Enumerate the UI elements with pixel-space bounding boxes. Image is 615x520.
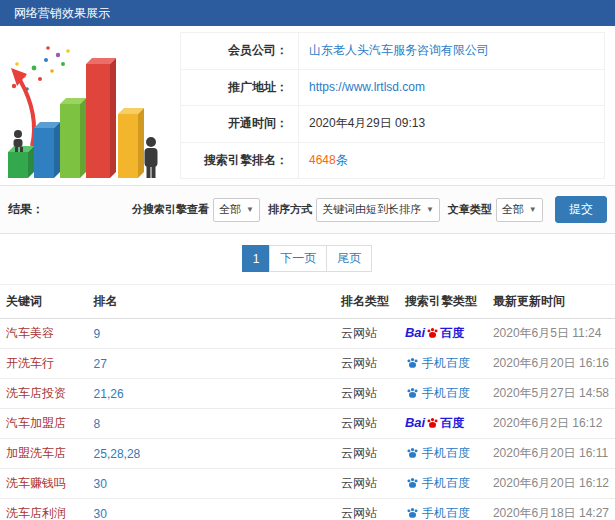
sort-order-label: 排序方式 bbox=[268, 202, 312, 217]
chevron-down-icon: ▼ bbox=[529, 205, 537, 214]
baidu-pc-logo: Bai百度 bbox=[405, 326, 464, 340]
paw-icon bbox=[406, 356, 419, 369]
company-label: 会员公司： bbox=[181, 33, 299, 70]
rank-cell[interactable]: 30 bbox=[88, 469, 336, 499]
page-last[interactable]: 尾页 bbox=[326, 245, 372, 272]
engine-filter-value: 全部 bbox=[219, 202, 241, 217]
rank-type-cell: 云网站 bbox=[335, 319, 399, 349]
rank-cell[interactable]: 25,28,28 bbox=[88, 439, 336, 469]
rank-cell[interactable]: 21,26 bbox=[88, 379, 336, 409]
paw-icon bbox=[406, 386, 419, 399]
rank-count-value: 4648条 bbox=[299, 142, 605, 179]
keyword-cell: 加盟洗车店 bbox=[0, 439, 88, 469]
keyword-cell: 汽车美容 bbox=[0, 319, 88, 349]
keyword-row: 开洗车行27云网站手机百度2020年6月20日 16:16 bbox=[0, 349, 615, 379]
paw-icon bbox=[406, 446, 419, 459]
keyword-row: 加盟洗车店25,28,28云网站手机百度2020年6月20日 16:11 bbox=[0, 439, 615, 469]
keyword-cell: 洗车店投资 bbox=[0, 379, 88, 409]
engine-filter-label: 分搜索引擎查看 bbox=[132, 202, 209, 217]
result-section-label: 结果： bbox=[8, 201, 44, 218]
page-header: 网络营销效果展示 bbox=[0, 0, 615, 26]
marketing-chart-image bbox=[0, 26, 180, 184]
engine-cell: Bai百度 bbox=[399, 409, 487, 439]
header-rank-type: 排名类型 bbox=[335, 285, 399, 319]
update-time-cell: 2020年6月2日 16:12 bbox=[487, 409, 615, 439]
sort-order-value: 关键词由短到长排序 bbox=[322, 202, 421, 217]
keyword-table-body: 汽车美容9云网站Bai百度2020年6月5日 11:24开洗车行27云网站手机百… bbox=[0, 319, 615, 520]
info-row-open-time: 开通时间： 2020年4月29日 09:13 bbox=[181, 106, 605, 143]
paw-icon bbox=[406, 476, 419, 489]
keyword-row: 洗车店投资21,26云网站手机百度2020年5月27日 14:58 bbox=[0, 379, 615, 409]
page-current[interactable]: 1 bbox=[242, 245, 271, 272]
company-name-link[interactable]: 山东老人头汽车服务咨询有限公司 bbox=[309, 43, 489, 57]
keyword-row: 汽车美容9云网站Bai百度2020年6月5日 11:24 bbox=[0, 319, 615, 349]
engine-filter-select[interactable]: 全部 ▼ bbox=[213, 198, 260, 222]
sort-order-select[interactable]: 关键词由短到长排序 ▼ bbox=[316, 198, 440, 222]
open-time-value: 2020年4月29日 09:13 bbox=[299, 106, 605, 143]
keyword-row: 汽车加盟店8云网站Bai百度2020年6月2日 16:12 bbox=[0, 409, 615, 439]
rank-type-cell: 云网站 bbox=[335, 499, 399, 520]
engine-cell: 手机百度 bbox=[399, 349, 487, 379]
filter-controls: 分搜索引擎查看 全部 ▼ 排序方式 关键词由短到长排序 ▼ 文章类型 全部 ▼ … bbox=[128, 196, 607, 223]
chevron-down-icon: ▼ bbox=[246, 205, 254, 214]
update-time-cell: 2020年5月27日 14:58 bbox=[487, 379, 615, 409]
header-update-time: 最新更新时间 bbox=[487, 285, 615, 319]
rank-cell[interactable]: 8 bbox=[88, 409, 336, 439]
person-figure-right bbox=[145, 137, 158, 178]
rank-type-cell: 云网站 bbox=[335, 439, 399, 469]
rank-type-cell: 云网站 bbox=[335, 379, 399, 409]
engine-cell: 手机百度 bbox=[399, 379, 487, 409]
paw-icon bbox=[406, 506, 419, 519]
paw-icon bbox=[426, 416, 439, 429]
rank-cell[interactable]: 9 bbox=[88, 319, 336, 349]
bar-red-tall bbox=[86, 58, 116, 178]
table-header-row: 关键词 排名 排名类型 搜索引擎类型 最新更新时间 bbox=[0, 285, 615, 319]
article-type-value: 全部 bbox=[502, 202, 524, 217]
baidu-mobile-logo: 手机百度 bbox=[405, 356, 470, 370]
filter-bar: 结果： 分搜索引擎查看 全部 ▼ 排序方式 关键词由短到长排序 ▼ 文章类型 全… bbox=[0, 186, 615, 234]
keyword-row: 洗车赚钱吗30云网站手机百度2020年6月20日 16:12 bbox=[0, 469, 615, 499]
keyword-cell: 开洗车行 bbox=[0, 349, 88, 379]
engine-cell: Bai百度 bbox=[399, 319, 487, 349]
info-row-url: 推广地址： https://www.lrtlsd.com bbox=[181, 69, 605, 106]
chevron-down-icon: ▼ bbox=[426, 205, 434, 214]
rank-count-label: 搜索引擎排名： bbox=[181, 142, 299, 179]
summary-section: 会员公司： 山东老人头汽车服务咨询有限公司 推广地址： https://www.… bbox=[0, 26, 615, 186]
rank-cell[interactable]: 27 bbox=[88, 349, 336, 379]
info-row-company: 会员公司： 山东老人头汽车服务咨询有限公司 bbox=[181, 33, 605, 70]
header-keyword: 关键词 bbox=[0, 285, 88, 319]
header-rank: 排名 bbox=[88, 285, 336, 319]
baidu-mobile-logo: 手机百度 bbox=[405, 476, 470, 490]
engine-cell: 手机百度 bbox=[399, 469, 487, 499]
baidu-mobile-logo: 手机百度 bbox=[405, 506, 470, 520]
article-type-label: 文章类型 bbox=[448, 202, 492, 217]
page-next[interactable]: 下一页 bbox=[269, 245, 327, 272]
update-time-cell: 2020年6月5日 11:24 bbox=[487, 319, 615, 349]
rank-cell[interactable]: 30 bbox=[88, 499, 336, 520]
keyword-cell: 汽车加盟店 bbox=[0, 409, 88, 439]
submit-button[interactable]: 提交 bbox=[555, 196, 607, 223]
rank-count-suffix: 条 bbox=[336, 153, 348, 167]
update-time-cell: 2020年6月20日 16:11 bbox=[487, 439, 615, 469]
promo-url-link[interactable]: https://www.lrtlsd.com bbox=[309, 80, 425, 94]
baidu-mobile-logo: 手机百度 bbox=[405, 446, 470, 460]
engine-cell: 手机百度 bbox=[399, 499, 487, 520]
info-row-rank-count: 搜索引擎排名： 4648条 bbox=[181, 142, 605, 179]
article-type-select[interactable]: 全部 ▼ bbox=[496, 198, 543, 222]
paw-icon bbox=[426, 326, 439, 339]
update-time-cell: 2020年6月20日 16:16 bbox=[487, 349, 615, 379]
bar-yellow bbox=[118, 108, 144, 178]
rank-count-number: 4648 bbox=[309, 153, 336, 167]
bar-blue bbox=[34, 122, 60, 178]
rank-type-cell: 云网站 bbox=[335, 409, 399, 439]
header-engine-type: 搜索引擎类型 bbox=[399, 285, 487, 319]
open-time-label: 开通时间： bbox=[181, 106, 299, 143]
rank-type-cell: 云网站 bbox=[335, 349, 399, 379]
update-time-cell: 2020年6月18日 14:27 bbox=[487, 499, 615, 520]
update-time-cell: 2020年6月20日 16:12 bbox=[487, 469, 615, 499]
baidu-pc-logo: Bai百度 bbox=[405, 416, 464, 430]
keyword-cell: 洗车店利润 bbox=[0, 499, 88, 520]
company-info-table: 会员公司： 山东老人头汽车服务咨询有限公司 推广地址： https://www.… bbox=[180, 32, 605, 179]
baidu-mobile-logo: 手机百度 bbox=[405, 386, 470, 400]
keyword-row: 洗车店利润30云网站手机百度2020年6月18日 14:27 bbox=[0, 499, 615, 520]
